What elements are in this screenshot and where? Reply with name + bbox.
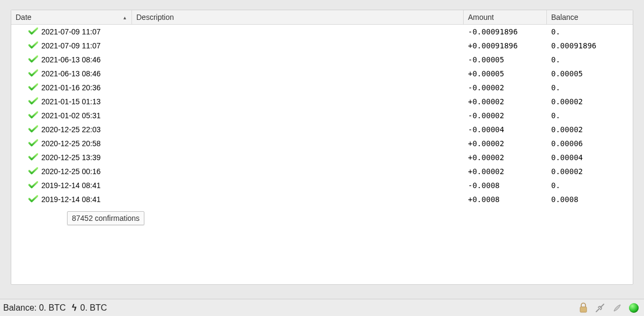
confirmed-check-icon [28, 69, 38, 78]
confirmed-check-icon [28, 111, 38, 120]
balance-cell: 0. [547, 181, 633, 190]
date-cell: 2020-12-25 20:58 [11, 139, 132, 148]
balance-cell: 0.00091896 [547, 41, 633, 50]
amount-cell: -0.00091896 [464, 27, 547, 36]
table-row[interactable]: 2021-01-16 20:36-0.000020. [11, 81, 633, 95]
date-text: 2020-12-25 22:03 [41, 125, 101, 134]
date-text: 2021-07-09 11:07 [41, 27, 101, 36]
table-row[interactable]: 2020-12-25 00:16+0.000020.00002 [11, 164, 633, 178]
balance-cell: 0.00002 [547, 167, 633, 176]
confirmed-check-icon [28, 195, 38, 204]
confirmed-check-icon [28, 139, 38, 148]
amount-cell: +0.0008 [464, 195, 547, 204]
date-cell: 2021-01-02 05:31 [11, 111, 132, 120]
amount-cell: +0.00002 [464, 97, 547, 106]
confirmed-check-icon [28, 83, 38, 92]
date-text: 2020-12-25 00:16 [41, 167, 101, 176]
confirmed-check-icon [28, 167, 38, 176]
network-status-orb[interactable] [629, 303, 639, 313]
confirmed-check-icon [28, 27, 38, 37]
table-row[interactable]: 2021-01-15 01:13+0.000020.00002 [11, 95, 633, 109]
date-cell: 2021-07-09 11:07 [11, 41, 132, 51]
table-row[interactable]: 2021-01-02 05:31-0.000020. [11, 109, 633, 123]
svg-rect-0 [580, 307, 587, 312]
date-text: 2020-12-25 13:39 [41, 153, 101, 162]
date-cell: 2021-06-13 08:46 [11, 69, 132, 78]
table-row[interactable]: 2019-12-14 08:41+0.00080.0008 [11, 192, 633, 206]
date-text: 2021-01-15 01:13 [41, 97, 101, 106]
date-text: 2021-07-09 11:07 [41, 41, 101, 50]
date-cell: 2021-07-09 11:07 [11, 27, 132, 37]
date-cell: 2021-01-16 20:36 [11, 83, 132, 92]
column-header-description[interactable]: Description [132, 10, 464, 24]
confirmed-check-icon [28, 153, 38, 162]
table-row[interactable]: 2020-12-25 22:03-0.000040.00002 [11, 123, 633, 137]
balance-cell: 0.0008 [547, 195, 633, 204]
balance-cell: 0. [547, 111, 633, 120]
amount-cell: +0.00091896 [464, 41, 547, 50]
date-cell: 2021-01-15 01:13 [11, 97, 132, 106]
amount-cell: +0.00002 [464, 139, 547, 148]
table-row[interactable]: 2021-07-09 11:07-0.000918960. [11, 25, 633, 39]
date-text: 2021-06-13 08:46 [41, 69, 101, 78]
table-row[interactable]: 2021-06-13 08:46-0.000050. [11, 53, 633, 67]
table-row[interactable]: 2020-12-25 13:39+0.000020.00004 [11, 150, 633, 164]
status-bar: Balance: 0. BTC ϟ 0. BTC [0, 299, 644, 316]
balance-value: 0. BTC [39, 303, 66, 313]
confirmations-tooltip-text: 87452 confirmations [72, 214, 140, 222]
date-text: 2021-06-13 08:46 [41, 55, 101, 64]
balance-label: Balance: [3, 303, 36, 313]
table-row[interactable]: 2021-07-09 11:07+0.000918960.00091896 [11, 39, 633, 53]
confirmed-check-icon [28, 125, 38, 134]
status-icons [579, 303, 639, 313]
balance-cell: 0.00004 [547, 153, 633, 162]
transaction-list: 2021-07-09 11:07-0.000918960. 2021-07-09… [11, 25, 633, 206]
amount-cell: -0.00002 [464, 111, 547, 120]
date-text: 2021-01-02 05:31 [41, 111, 101, 120]
balance-cell: 0.00002 [547, 97, 633, 106]
column-header-amount[interactable]: Amount [464, 10, 547, 24]
amount-cell: +0.00005 [464, 69, 547, 78]
column-header-date-label: Date [16, 13, 32, 21]
balance-cell: 0.00002 [547, 125, 633, 134]
balance-cell: 0.00006 [547, 139, 633, 148]
seed-icon[interactable] [612, 303, 623, 313]
date-text: 2019-12-14 08:41 [41, 181, 101, 190]
lightning-balance-value: 0. BTC [80, 303, 107, 313]
confirmed-check-icon [28, 55, 38, 64]
table-row[interactable]: 2021-06-13 08:46+0.000050.00005 [11, 67, 633, 81]
column-header-amount-label: Amount [468, 13, 494, 21]
amount-cell: -0.00005 [464, 55, 547, 64]
balance-cell: 0. [547, 55, 633, 64]
column-header-description-label: Description [136, 13, 174, 21]
date-text: 2021-01-16 20:36 [41, 83, 101, 92]
column-header-date[interactable]: Date ▴ [11, 10, 132, 24]
tools-icon[interactable] [595, 303, 605, 313]
date-cell: 2019-12-14 08:41 [11, 181, 132, 190]
balance-cell: 0.00005 [547, 69, 633, 78]
date-cell: 2021-06-13 08:46 [11, 55, 132, 64]
table-row[interactable]: 2019-12-14 08:41-0.00080. [11, 178, 633, 192]
column-header-balance[interactable]: Balance [547, 10, 633, 24]
lock-icon[interactable] [579, 303, 588, 313]
confirmed-check-icon [28, 181, 38, 190]
confirmed-check-icon [28, 41, 38, 51]
table-header[interactable]: Date ▴ Description Amount Balance [11, 10, 633, 25]
date-cell: 2020-12-25 22:03 [11, 125, 132, 134]
date-cell: 2019-12-14 08:41 [11, 195, 132, 204]
date-text: 2020-12-25 20:58 [41, 139, 101, 148]
confirmations-tooltip: 87452 confirmations [67, 211, 144, 225]
date-text: 2019-12-14 08:41 [41, 195, 101, 204]
balance-cell: 0. [547, 83, 633, 92]
column-header-balance-label: Balance [551, 13, 579, 21]
amount-cell: +0.00002 [464, 167, 547, 176]
sort-ascending-icon: ▴ [123, 15, 127, 20]
date-cell: 2020-12-25 00:16 [11, 167, 132, 176]
amount-cell: -0.00002 [464, 83, 547, 92]
lightning-icon: ϟ [71, 303, 77, 313]
amount-cell: -0.00004 [464, 125, 547, 134]
amount-cell: +0.00002 [464, 153, 547, 162]
history-panel: Date ▴ Description Amount Balance 2021-0… [11, 10, 633, 285]
table-row[interactable]: 2020-12-25 20:58+0.000020.00006 [11, 137, 633, 150]
amount-cell: -0.0008 [464, 181, 547, 190]
